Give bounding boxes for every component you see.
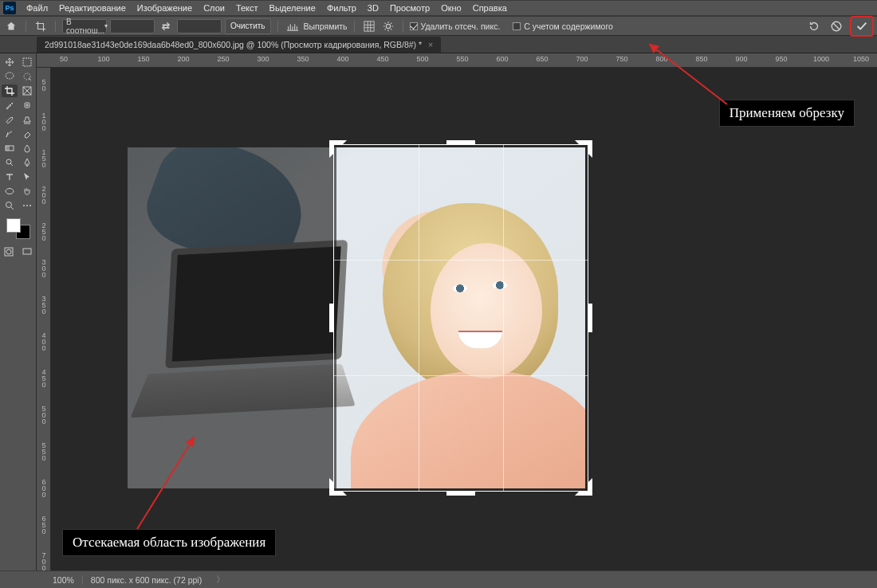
status-bar: 100% 800 пикс. x 600 пикс. (72 ppi) 〉 xyxy=(0,570,877,588)
ruler-tick: 100 xyxy=(97,55,109,63)
quick-select-tool[interactable] xyxy=(19,70,35,83)
commit-highlight xyxy=(850,16,874,37)
brush-tool[interactable] xyxy=(2,113,18,126)
eraser-tool[interactable] xyxy=(19,127,35,140)
document-tab[interactable]: 2d991018ae31d43e0de169daa6b48ed0_800x600… xyxy=(37,37,441,53)
svg-rect-3 xyxy=(23,58,31,66)
crop-handle-bottom[interactable] xyxy=(446,492,475,496)
edit-toolbar[interactable] xyxy=(19,199,35,212)
annotation-discard: Отсекаемая область изображения xyxy=(62,529,276,556)
ruler-tick: 6 5 0 xyxy=(39,515,49,535)
overlay-options-icon[interactable] xyxy=(361,18,377,34)
healing-tool[interactable] xyxy=(19,99,35,112)
delete-cropped-label: Удалить отсеч. пикс. xyxy=(421,22,501,31)
type-tool[interactable] xyxy=(2,171,18,183)
menu-filter[interactable]: Фильтр xyxy=(321,2,362,14)
menu-view[interactable]: Просмотр xyxy=(384,2,435,14)
content-aware-label: С учетом содержимого xyxy=(524,22,613,31)
crop-handle-left[interactable] xyxy=(329,304,333,332)
eyedropper-tool[interactable] xyxy=(2,99,18,112)
ruler-frame: 5010015020025030035040045050055060065070… xyxy=(37,53,877,570)
stamp-tool[interactable] xyxy=(19,113,35,126)
path-select-tool[interactable] xyxy=(19,171,35,183)
crop-settings-icon[interactable] xyxy=(380,18,396,34)
swap-dimensions-icon[interactable] xyxy=(158,18,174,34)
home-icon[interactable] xyxy=(3,18,19,34)
straighten-label[interactable]: Выпрямить xyxy=(304,22,348,31)
menu-help[interactable]: Справка xyxy=(467,2,513,14)
straighten-icon[interactable] xyxy=(285,18,301,34)
ruler-tick: 4 0 0 xyxy=(39,332,49,351)
move-tool[interactable] xyxy=(2,56,18,69)
svg-point-11 xyxy=(6,202,11,208)
cancel-crop-icon[interactable] xyxy=(828,18,845,35)
menu-edit[interactable]: Редактирование xyxy=(53,2,132,14)
ruler-tick: 5 5 0 xyxy=(39,442,49,461)
crop-handle-br[interactable] xyxy=(575,478,592,496)
crop-handle-tr[interactable] xyxy=(575,140,592,158)
crop-width-input[interactable] xyxy=(110,19,155,33)
ruler-tick: 200 xyxy=(177,55,189,63)
dodge-tool[interactable] xyxy=(2,156,18,169)
marquee-tool[interactable] xyxy=(19,56,35,69)
doc-info[interactable]: 800 пикс. x 600 пикс. (72 ppi) xyxy=(83,575,210,585)
color-swatches[interactable] xyxy=(5,217,32,241)
menu-window[interactable]: Окно xyxy=(435,2,467,14)
ruler-tick: 950 xyxy=(775,55,787,63)
blur-tool[interactable] xyxy=(19,142,35,155)
menu-text[interactable]: Текст xyxy=(230,2,264,14)
menu-3d[interactable]: 3D xyxy=(362,2,384,14)
horizontal-ruler: 5010015020025030035040045050055060065070… xyxy=(37,53,877,68)
close-tab-icon[interactable]: × xyxy=(428,40,433,49)
lasso-tool[interactable] xyxy=(2,70,18,83)
ruler-tick: 650 xyxy=(536,55,548,63)
shape-tool[interactable] xyxy=(2,185,18,198)
ruler-tick: 150 xyxy=(137,55,149,63)
canvas[interactable]: Применяем обрезку Отсекаемая область изо… xyxy=(51,68,877,570)
zoom-level[interactable]: 100% xyxy=(45,575,82,585)
ruler-tick: 500 xyxy=(416,55,428,63)
crop-tool-icon[interactable] xyxy=(33,18,49,34)
crop-shield xyxy=(128,147,336,488)
history-brush-tool[interactable] xyxy=(2,127,18,140)
ruler-tick: 1 0 0 xyxy=(39,112,49,131)
menu-layers[interactable]: Слои xyxy=(198,2,230,14)
ruler-tick: 50 xyxy=(60,55,68,63)
crop-handle-right[interactable] xyxy=(588,304,592,332)
foreground-color[interactable] xyxy=(6,218,21,233)
hand-tool[interactable] xyxy=(19,185,35,198)
crop-height-input[interactable] xyxy=(177,19,222,33)
svg-point-10 xyxy=(6,189,14,194)
commit-crop-button[interactable] xyxy=(853,18,871,35)
crop-frame[interactable] xyxy=(333,144,588,492)
reset-crop-icon[interactable] xyxy=(805,18,823,35)
crop-gridline xyxy=(503,144,504,492)
annotation-apply: Применяем обрезку xyxy=(719,100,855,127)
frame-tool[interactable] xyxy=(19,84,35,97)
pen-tool[interactable] xyxy=(19,156,35,169)
crop-handle-top[interactable] xyxy=(446,140,475,144)
separator xyxy=(277,21,278,32)
separator xyxy=(403,21,403,32)
gradient-tool[interactable] xyxy=(2,142,18,155)
svg-rect-0 xyxy=(364,21,373,30)
zoom-tool[interactable] xyxy=(2,199,18,212)
delete-cropped-checkbox[interactable] xyxy=(410,22,418,30)
crop-handle-tl[interactable] xyxy=(329,140,347,158)
svg-point-12 xyxy=(23,205,25,206)
screenmode-icon[interactable] xyxy=(19,245,35,258)
crop-gridline xyxy=(333,260,588,261)
menu-select[interactable]: Выделение xyxy=(264,2,321,14)
menu-bar: Ps Файл Редактирование Изображение Слои … xyxy=(0,0,877,16)
quickmask-icon[interactable] xyxy=(1,245,17,258)
ratio-preset-select[interactable]: В соотнош...▾ xyxy=(62,19,107,33)
crop-tool[interactable] xyxy=(2,84,18,97)
crop-handle-bl[interactable] xyxy=(329,478,347,496)
document-tab-bar: 2d991018ae31d43e0de169daa6b48ed0_800x600… xyxy=(0,36,877,53)
separator xyxy=(354,21,355,32)
menu-file[interactable]: Файл xyxy=(21,2,53,14)
menu-image[interactable]: Изображение xyxy=(132,2,198,14)
clear-button[interactable]: Очистить xyxy=(225,18,271,34)
status-menu-icon[interactable]: 〉 xyxy=(216,574,225,586)
content-aware-checkbox[interactable] xyxy=(513,22,521,30)
